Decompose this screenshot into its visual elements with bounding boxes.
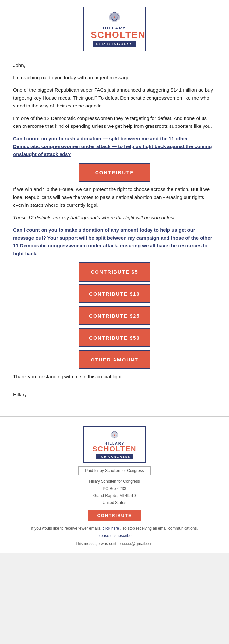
sent-to-text: This message was sent to xxxxx@gmail.com <box>76 541 154 546</box>
contribute-5-button[interactable]: CONTRIBUTE $5 <box>79 262 150 282</box>
logo-box: HILLARY SCHOLTEN FOR CONGRESS <box>83 7 146 51</box>
unsubscribe-link[interactable]: please unsubscribe <box>97 533 131 538</box>
footer-logo-wrapper: HILLARY SCHOLTEN FOR CONGRESS <box>13 426 216 466</box>
footer-logo-box: HILLARY SCHOLTEN FOR CONGRESS <box>83 426 146 463</box>
logo-for-congress-text: FOR CONGRESS <box>93 41 135 47</box>
other-amount-button[interactable]: OTHER AMOUNT <box>79 350 150 369</box>
link-paragraph-2: Can I count on you to make a donation of… <box>13 226 216 258</box>
address-line-1: Hillary Scholten for Congress <box>89 479 140 484</box>
contribute-section-1: CONTRIBUTE <box>13 163 216 182</box>
paid-for-text: Paid for by Scholten for Congress <box>85 468 144 473</box>
footer-logo-scholten: SCHOLTEN <box>89 445 140 453</box>
paid-for-box: Paid for by Scholten for Congress <box>78 466 150 475</box>
closing-line-1: Thank you for standing with me in this c… <box>13 373 216 381</box>
contribute-10-button[interactable]: CONTRIBUTE $10 <box>79 284 150 303</box>
click-here-link[interactable]: click here <box>102 526 119 531</box>
greeting: John, <box>13 61 216 69</box>
email-container: HILLARY SCHOLTEN FOR CONGRESS John, I'm … <box>0 0 229 553</box>
link-text-2[interactable]: Can I count on you to make a donation of… <box>13 227 212 256</box>
logo-scholten-text: SCHOLTEN <box>91 30 138 40</box>
closing-line-2: Hillary <box>13 391 216 399</box>
footer-links: If you would like to receive fewer email… <box>13 525 216 539</box>
unsubscribe-text-2: . To stop receiving all email communicat… <box>120 526 198 531</box>
footer-email: This message was sent to xxxxx@gmail.com <box>13 541 216 546</box>
paragraph-1: I'm reaching out to you today with an ur… <box>13 74 216 82</box>
unsubscribe-text-1: If you would like to receive fewer email… <box>31 526 101 531</box>
paragraph-4-italic: These 12 districts are key battlegrounds… <box>13 214 216 222</box>
paragraph-3: I'm one of the 12 Democratic congresswom… <box>13 114 216 130</box>
email-footer: HILLARY SCHOLTEN FOR CONGRESS Paid for b… <box>0 423 229 553</box>
address-line-3: Grand Rapids, MI 49510 <box>93 493 136 498</box>
paragraph-2: One of the biggest Republican super PACs… <box>13 86 216 110</box>
email-header: HILLARY SCHOLTEN FOR CONGRESS <box>0 0 229 55</box>
paragraph-4: If we win and flip the House, we can pro… <box>13 185 216 209</box>
body-content: John, I'm reaching out to you today with… <box>0 55 229 410</box>
footer-contribute-button[interactable]: CONTRIBUTE <box>88 510 141 521</box>
link-text-1[interactable]: Can I count on you to rush a donation — … <box>13 136 212 157</box>
footer-logo-for-congress: FOR CONGRESS <box>96 454 133 459</box>
contribute-button-1[interactable]: CONTRIBUTE <box>79 163 150 182</box>
footer-divider <box>0 416 229 417</box>
contribute-25-button[interactable]: CONTRIBUTE $25 <box>79 306 150 325</box>
michigan-icon <box>108 11 121 24</box>
footer-michigan-icon <box>110 430 119 440</box>
address-line-4: United States <box>103 500 126 505</box>
link-paragraph-1: Can I count on you to rush a donation — … <box>13 135 216 158</box>
contribute-50-button[interactable]: CONTRIBUTE $50 <box>79 328 150 347</box>
address-line-2: PO Box 6233 <box>103 486 126 491</box>
contribute-buttons-section: CONTRIBUTE $5 CONTRIBUTE $10 CONTRIBUTE … <box>13 262 216 369</box>
footer-address: Hillary Scholten for Congress PO Box 623… <box>13 478 216 506</box>
